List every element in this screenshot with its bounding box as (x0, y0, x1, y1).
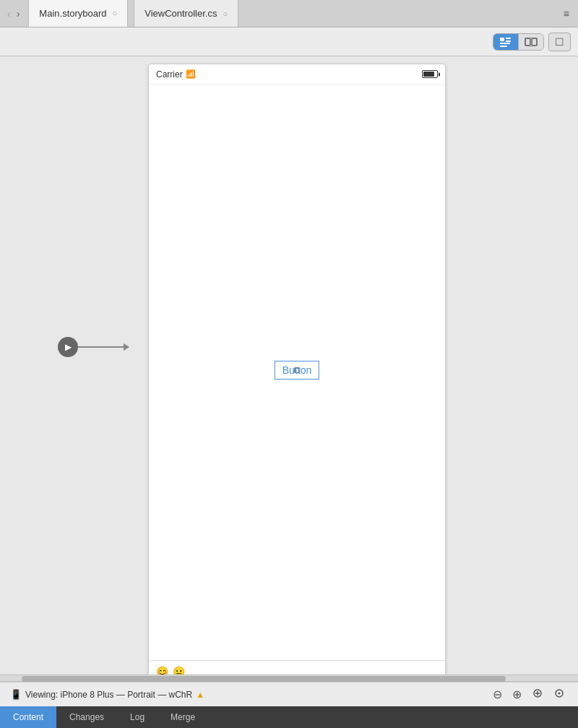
tab-changes-label: Changes (69, 712, 104, 722)
button-label: Button (282, 364, 311, 376)
bottom-tab-bar: Content Changes Log Merge (0, 706, 578, 728)
bottom-status-bar: 📱 Viewing: iPhone 8 Plus — Portrait — wC… (0, 682, 578, 706)
tab-viewcontroller-close[interactable]: ○ (223, 9, 228, 18)
horizontal-scrollbar[interactable] (0, 675, 578, 682)
svg-rect-2 (506, 40, 511, 42)
tab-forward-button[interactable]: › (14, 7, 23, 20)
tab-viewcontroller-label: ViewController.cs (144, 8, 217, 19)
emoji-neutral-icon: 😐 (173, 666, 185, 675)
grid-icon (499, 37, 512, 47)
carrier-text: Carrier (156, 69, 183, 80)
emoji-smiley-icon: 😊 (156, 666, 168, 675)
svg-rect-0 (500, 38, 504, 41)
tab-main-storyboard[interactable]: Main.storyboard ○ (28, 0, 128, 27)
tab-merge-label: Merge (171, 712, 195, 722)
svg-rect-6 (532, 38, 537, 46)
zoom-fit-icon (532, 688, 543, 699)
tab-main-storyboard-close[interactable]: ○ (113, 9, 118, 17)
svg-rect-4 (500, 46, 507, 47)
zoom-controls: ⊖ ⊕ (490, 686, 568, 703)
inspector-button[interactable]: ☐ (548, 33, 571, 51)
svg-point-12 (558, 692, 561, 694)
svg-rect-5 (525, 38, 530, 46)
svg-rect-3 (500, 43, 510, 44)
toolbar: ☐ (0, 27, 578, 56)
zoom-out-button[interactable]: ⊖ (490, 686, 505, 703)
tab-log[interactable]: Log (117, 706, 158, 728)
battery-icon (422, 70, 438, 78)
zoom-reset-button[interactable] (551, 686, 568, 703)
tab-dropdown-button[interactable]: ≡ (559, 5, 574, 22)
tab-back-button[interactable]: ‹ (4, 7, 14, 20)
status-bar: Carrier 📶 (149, 64, 445, 85)
tab-changes[interactable]: Changes (56, 706, 117, 728)
svg-rect-1 (506, 38, 511, 39)
phone-icon: 📱 (10, 689, 22, 700)
device-frame: Carrier 📶 B (148, 64, 446, 675)
viewing-text: Viewing: iPhone 8 Plus — Portrait — wChR (25, 690, 192, 700)
zoom-fit-button[interactable] (529, 686, 546, 703)
split-icon (525, 37, 538, 47)
wifi-icon: 📶 (186, 69, 196, 79)
tab-content[interactable]: Content (0, 706, 56, 728)
tab-viewcontroller[interactable]: ViewController.cs ○ (134, 0, 238, 27)
canvas-area: ▶ Carrier 📶 (0, 56, 578, 675)
arrow-circle-icon: ▶ (58, 337, 78, 357)
carrier-label: Carrier 📶 (156, 69, 196, 80)
tab-main-storyboard-label: Main.storyboard (39, 8, 106, 19)
storyboard-entry-arrow: ▶ (58, 337, 129, 357)
tab-bar: ‹ › Main.storyboard ○ ViewController.cs … (0, 0, 578, 27)
arrow-line (78, 346, 129, 348)
zoom-in-button[interactable]: ⊕ (509, 686, 525, 703)
view-content: Button (149, 85, 445, 660)
scrollbar-thumb[interactable] (22, 676, 506, 682)
tab-merge[interactable]: Merge (158, 706, 208, 728)
tab-content-label: Content (13, 712, 43, 722)
zoom-reset-icon (553, 688, 565, 699)
view-switcher-group (493, 33, 544, 51)
warning-icon[interactable]: ▲ (196, 690, 204, 700)
assistant-editor-button[interactable] (519, 34, 543, 50)
viewing-info: 📱 Viewing: iPhone 8 Plus — Portrait — wC… (10, 689, 204, 700)
ui-button[interactable]: Button (275, 361, 319, 380)
tab-log-label: Log (130, 712, 144, 722)
device-bottom-bar: 😊 😐 (149, 660, 445, 675)
standard-editor-button[interactable] (493, 34, 519, 50)
